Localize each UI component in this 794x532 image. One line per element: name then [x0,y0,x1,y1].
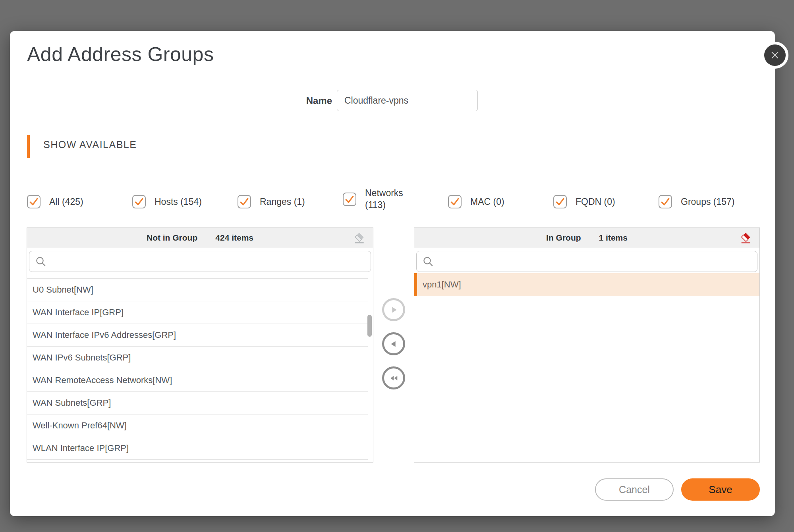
name-input[interactable] [337,90,478,111]
panel-item-count: 424 items [215,233,253,243]
filter-fqdn[interactable]: FQDN (0) [553,195,659,208]
checkbox-groups[interactable] [659,195,672,208]
dialog-title: Add Address Groups [27,43,214,66]
close-icon [770,50,780,60]
panel-title: In Group [546,233,581,243]
eraser-icon [352,231,365,244]
arrow-right-icon [388,305,399,315]
move-right-button[interactable] [382,298,405,321]
list-item[interactable]: WAN IPv6 Subnets[GRP] [27,347,368,369]
type-filter-row: All (425) Hosts (154) Ranges (1) [27,187,735,217]
list-item[interactable]: U0 Subnet[NW] [27,279,368,301]
checkmark-icon [449,196,461,208]
checkmark-icon [238,196,250,208]
move-left-button[interactable] [382,332,405,355]
dialog-overlay: { "modal": { "title": "Add Address Group… [0,0,794,532]
section-accent-bar [27,135,30,158]
list-item[interactable]: WAN Interface IP[GRP] [27,301,368,324]
filter-networks[interactable]: Networks (113) [343,187,448,211]
clear-group-button[interactable] [739,231,751,244]
filter-groups[interactable]: Groups (157) [659,195,735,208]
selected-group-member[interactable]: vpn1[NW] [414,273,759,296]
checkbox-networks[interactable] [343,193,356,206]
not-in-group-list: U0 Subnet[NW] WAN Interface IP[GRP] WAN … [27,273,373,461]
clear-selection-button[interactable] [352,231,365,244]
filter-label: All (425) [49,197,83,207]
filter-label: Hosts (154) [155,197,202,207]
section-heading: SHOW AVAILABLE [43,139,137,150]
filter-label: FQDN (0) [576,197,615,207]
filter-label: MAC (0) [470,197,504,207]
not-in-group-panel: Not in Group 424 items U0 Subnet[NW] WAN… [27,227,373,463]
search-icon [35,256,47,268]
checkbox-all[interactable] [27,195,41,208]
filter-all[interactable]: All (425) [27,195,132,208]
list-item[interactable]: WLAN Interface IP[GRP] [27,437,368,460]
list-item[interactable]: WAN RemoteAccess Networks[NW] [27,369,368,392]
checkmark-icon [344,193,355,205]
checkbox-fqdn[interactable] [553,195,567,208]
in-group-header: In Group 1 items [414,228,759,248]
filter-ranges[interactable]: Ranges (1) [238,195,343,208]
move-all-left-button[interactable] [382,366,405,389]
in-group-search [416,251,757,272]
list-item-partial [27,273,368,279]
filter-mac[interactable]: MAC (0) [448,195,553,208]
checkmark-icon [133,196,145,208]
in-group-list: vpn1[NW] [414,273,759,461]
list-item[interactable]: WAN Subnets[GRP] [27,392,368,414]
not-in-group-search [29,251,371,272]
panel-item-count: 1 items [599,233,628,243]
filter-hosts[interactable]: Hosts (154) [132,195,238,208]
name-field-label: Name [280,95,332,106]
add-address-groups-dialog: Add Address Groups Name SHOW AVAILABLE A… [10,31,775,516]
checkbox-hosts[interactable] [132,195,146,208]
arrow-left-icon [388,339,399,349]
in-group-panel: In Group 1 items vpn1[NW] [414,227,760,463]
not-in-group-header: Not in Group 424 items [27,228,373,248]
checkmark-icon [554,196,566,208]
filter-label: Ranges (1) [260,197,305,207]
save-button[interactable]: Save [681,478,760,501]
filter-label: Networks (113) [365,187,410,211]
search-icon [422,256,434,268]
double-arrow-left-icon [388,373,399,384]
list-scrollbar-thumb[interactable] [367,315,372,337]
cancel-button[interactable]: Cancel [595,478,674,501]
list-item[interactable]: Well-Known Pref64[NW] [27,414,368,437]
filter-label: Groups (157) [681,197,735,207]
in-group-search-input[interactable] [438,256,751,267]
checkbox-ranges[interactable] [238,195,251,208]
checkmark-icon [28,196,40,208]
transfer-controls [382,298,405,389]
not-in-group-search-input[interactable] [51,256,365,267]
eraser-red-icon [739,231,751,244]
checkbox-mac[interactable] [448,195,462,208]
close-button[interactable] [761,42,788,69]
panel-title: Not in Group [147,233,197,243]
checkmark-icon [659,196,671,208]
list-item[interactable]: WAN Interface IPv6 Addresses[GRP] [27,324,368,347]
